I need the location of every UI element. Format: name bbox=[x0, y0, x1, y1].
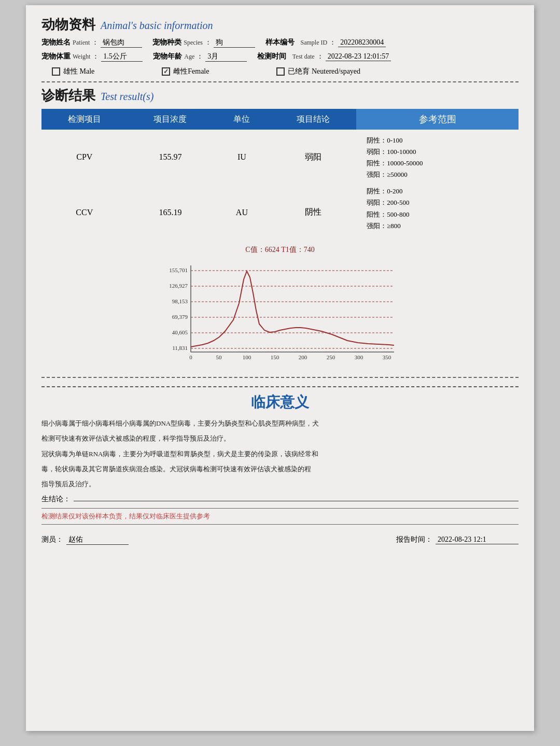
test-results-title-cn: 诊断结果 bbox=[41, 87, 95, 105]
svg-text:0: 0 bbox=[189, 354, 192, 360]
male-checkbox-item: 雄性 Male bbox=[52, 67, 94, 76]
svg-text:98,153: 98,153 bbox=[172, 298, 188, 304]
female-label: 雌性Female bbox=[173, 67, 209, 76]
ccv-ref-2: 阳性：500-800 bbox=[367, 209, 508, 220]
cpv-concentration: 155.97 bbox=[128, 130, 214, 185]
reporter-value: 赵佑 bbox=[66, 535, 129, 545]
ccv-ref-1: 弱阳：200-500 bbox=[367, 197, 508, 208]
svg-text:100: 100 bbox=[243, 354, 251, 360]
clinical-title: 临床意义 bbox=[41, 392, 519, 412]
col-ref-header: 参考范围 bbox=[356, 109, 519, 130]
animal-info-title-en: Animal's basic information bbox=[101, 20, 213, 32]
test-date-field: 检测时间 Test date ： 2022-08-23 12:01:57 bbox=[257, 52, 391, 61]
svg-text:155,701: 155,701 bbox=[169, 267, 188, 273]
test-results-header: 诊断结果 Test result(s) bbox=[41, 87, 519, 105]
svg-text:300: 300 bbox=[355, 354, 363, 360]
ccv-name: CCV bbox=[41, 185, 128, 240]
disclaimer-text: 检测结果仅对该份样本负责，结果仅对临床医生提供参考 bbox=[41, 512, 519, 521]
conclusion-line: 生结论： bbox=[41, 495, 519, 504]
report-time-label: 报告时间： bbox=[396, 535, 432, 544]
col-unit-header: 单位 bbox=[213, 109, 270, 130]
animal-info-header: 动物资料 Animal's basic information bbox=[41, 16, 519, 34]
neutered-checkbox[interactable] bbox=[276, 67, 285, 76]
neutered-label: 已绝育 Neutered/spayed bbox=[288, 67, 360, 76]
female-checkbox[interactable] bbox=[162, 67, 170, 76]
cpv-unit: IU bbox=[213, 130, 270, 185]
cpv-ref-range: 阴性：0-100 弱阳：100-10000 阳性：10000-50000 强阳：… bbox=[356, 130, 519, 240]
conclusion-label: 生结论： bbox=[41, 495, 71, 504]
svg-text:200: 200 bbox=[299, 354, 307, 360]
conclusion-underline bbox=[74, 501, 519, 501]
male-label: 雄性 Male bbox=[63, 67, 94, 76]
section-divider-1 bbox=[41, 81, 519, 82]
cpv-ref-0: 阴性：0-100 bbox=[367, 135, 508, 146]
svg-text:69,379: 69,379 bbox=[172, 314, 188, 320]
chart-line bbox=[191, 271, 394, 347]
cpv-row: CPV 155.97 IU 弱阳 阴性：0-100 弱阳：100-10000 阳… bbox=[41, 130, 519, 185]
chart-title: C值：6624 T1值：740 bbox=[161, 245, 399, 255]
col-conclusion-header: 项目结论 bbox=[271, 109, 357, 130]
test-chart: 155,701 126,927 98,153 69,379 40,605 11,… bbox=[161, 258, 399, 372]
chart-container: C值：6624 T1值：740 155,701 126,927 98,153 6… bbox=[161, 245, 399, 372]
svg-text:50: 50 bbox=[216, 354, 222, 360]
cpv-ref-1: 弱阳：100-10000 bbox=[367, 146, 508, 158]
male-checkbox[interactable] bbox=[52, 67, 60, 76]
clinical-text-4: 毒，轮状病毒及其它胃肠道疾病混合感染。犬冠状病毒检测可快速有效评估该犬被感染的程 bbox=[41, 463, 519, 475]
col-test-header: 检测项目 bbox=[41, 109, 128, 130]
ccv-ref-3: 强阳：≥800 bbox=[367, 220, 508, 232]
svg-text:150: 150 bbox=[271, 354, 279, 360]
ccv-concentration: 165.19 bbox=[128, 185, 214, 240]
clinical-text-1: 细小病毒属于细小病毒科细小病毒属的DNA型病毒，主要分为肠炎型和心肌炎型两种病型… bbox=[41, 417, 519, 429]
weight-field: 宠物体重 Weight ： 1.5公斤 bbox=[41, 52, 143, 62]
neutered-checkbox-item: 已绝育 Neutered/spayed bbox=[276, 67, 360, 76]
patient-name-field: 宠物姓名 Patient ： 锅包肉 bbox=[41, 38, 142, 48]
sample-id-field: 样本编号 Sample ID ： 202208230004 bbox=[265, 38, 386, 47]
svg-text:126,927: 126,927 bbox=[169, 283, 188, 289]
animal-info-title-cn: 动物资料 bbox=[41, 16, 95, 34]
reporter-label: 测员： bbox=[41, 535, 63, 544]
col-concentration-header: 项目浓度 bbox=[128, 109, 214, 130]
svg-text:350: 350 bbox=[383, 354, 391, 360]
ccv-conclusion: 阴性 bbox=[271, 185, 357, 240]
species-field: 宠物种类 Species ： 狗 bbox=[152, 38, 255, 48]
test-results-title-en: Test result(s) bbox=[101, 91, 153, 103]
section-divider-2 bbox=[41, 377, 519, 378]
clinical-text-5: 指导预后及治疗。 bbox=[41, 478, 519, 490]
svg-text:11,831: 11,831 bbox=[172, 345, 188, 351]
svg-text:40,605: 40,605 bbox=[172, 329, 188, 335]
reporter-field: 测员： 赵佑 bbox=[41, 535, 129, 545]
report-time-value: 2022-08-23 12:1 bbox=[436, 536, 519, 544]
age-field: 宠物年龄 Age ： 3月 bbox=[153, 52, 247, 62]
clinical-section: 临床意义 细小病毒属于细小病毒科细小病毒属的DNA型病毒，主要分为肠炎型和心肌炎… bbox=[41, 386, 519, 545]
cpv-ref-3: 强阳：≥50000 bbox=[367, 169, 508, 180]
results-table: 检测项目 项目浓度 单位 项目结论 参考范围 CPV 155.97 IU 弱阳 … bbox=[41, 109, 519, 240]
clinical-divider bbox=[41, 508, 519, 509]
ccv-unit: AU bbox=[213, 185, 270, 240]
female-checkbox-item: 雌性Female bbox=[162, 67, 209, 76]
clinical-text-3: 冠状病毒为单链RNA病毒，主要分为呼吸道型和胃肠炎型，病犬是主要的传染原，该病经… bbox=[41, 448, 519, 460]
cpv-name: CPV bbox=[41, 130, 128, 185]
svg-text:250: 250 bbox=[327, 354, 335, 360]
clinical-text-2: 检测可快速有效评估该犬被感染的程度，科学指导预后及治疗。 bbox=[41, 432, 519, 444]
footer-row: 测员： 赵佑 报告时间： 2022-08-23 12:1 bbox=[41, 535, 519, 545]
ccv-ref-0: 阴性：0-200 bbox=[367, 186, 508, 197]
report-page: 动物资料 Animal's basic information 宠物姓名 Pat… bbox=[26, 5, 534, 731]
footer-divider bbox=[41, 524, 519, 525]
report-time-field: 报告时间： 2022-08-23 12:1 bbox=[396, 535, 519, 544]
cpv-ref-block: 阴性：0-100 弱阳：100-10000 阳性：10000-50000 强阳：… bbox=[362, 133, 512, 234]
cpv-ref-2: 阳性：10000-50000 bbox=[367, 158, 508, 169]
cpv-conclusion: 弱阳 bbox=[271, 130, 357, 185]
